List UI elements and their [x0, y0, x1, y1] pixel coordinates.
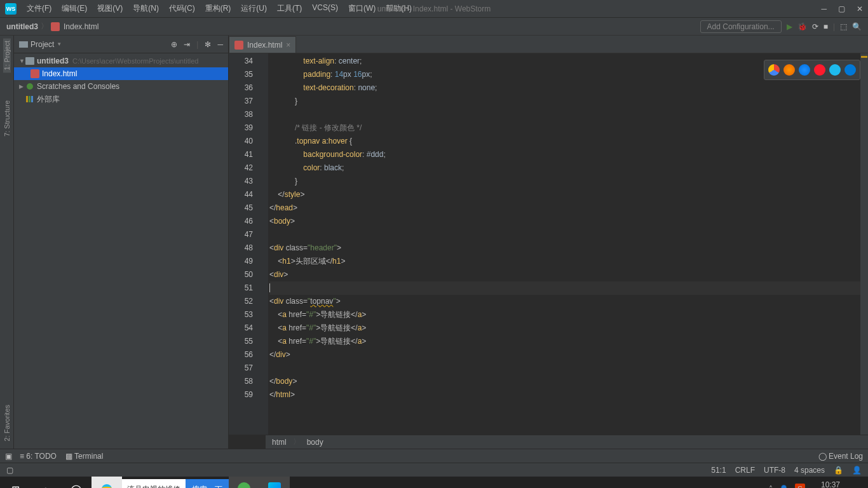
- taskbar-webstorm[interactable]: [259, 477, 290, 488]
- bottom-tool-bar: ▣ ≡ 6: TODO ▩ Terminal ◯ Event Log: [0, 449, 868, 463]
- ie-icon[interactable]: [829, 64, 841, 76]
- menu-item[interactable]: 工具(T): [273, 2, 306, 15]
- safari-icon[interactable]: [799, 64, 810, 76]
- browser-launcher: [764, 60, 860, 80]
- scratches-icon: [25, 82, 34, 91]
- warning-marker[interactable]: [861, 56, 867, 58]
- menu-item[interactable]: 视图(V): [93, 2, 126, 15]
- status-bar: ▢ 51:1 CRLF UTF-8 4 spaces 🔒 👤: [0, 463, 868, 477]
- firefox-icon[interactable]: [783, 64, 795, 76]
- debug-icon[interactable]: 🐞: [797, 22, 807, 31]
- favorites-tool-button[interactable]: 2: Favorites: [3, 402, 11, 444]
- app-logo: WS: [5, 3, 17, 15]
- system-tray: ˄ 👤 S 10:37 2020/11/17 ▭: [769, 481, 868, 488]
- gear-icon[interactable]: ✻: [205, 40, 211, 49]
- title-bar: WS 文件(F)编辑(E)视图(V)导航(N)代码(C)重构(R)运行(U)工具…: [0, 0, 868, 18]
- menu-item[interactable]: 代码(C): [165, 2, 199, 15]
- main-menu: 文件(F)编辑(E)视图(V)导航(N)代码(C)重构(R)运行(U)工具(T)…: [23, 2, 416, 15]
- crumb-html[interactable]: html: [272, 438, 287, 447]
- left-tool-strip: 1: Project 7: Structure 2: Favorites: [0, 36, 14, 449]
- event-log-button[interactable]: ◯ Event Log: [818, 452, 863, 461]
- menu-item[interactable]: VCS(S): [308, 2, 342, 15]
- menu-item[interactable]: 窗口(W): [344, 2, 379, 15]
- tray-people-icon[interactable]: 👤: [779, 485, 789, 488]
- run-config-selector[interactable]: Add Configuration...: [700, 20, 782, 33]
- taskbar-ie-search[interactable]: 液晶电视的维修 搜索一下: [122, 479, 229, 488]
- coverage-icon[interactable]: ⟳: [812, 22, 818, 31]
- terminal-button[interactable]: ▩ Terminal: [65, 452, 103, 461]
- tray-input-icon[interactable]: S: [795, 484, 805, 488]
- locate-icon[interactable]: ⊕: [171, 40, 177, 49]
- window-title: untitled3 - Index.html - WebStorm: [377, 4, 491, 13]
- window-controls: ─ ▢ ✕: [821, 4, 863, 13]
- editor: Index.html × 343536373839404142434445464…: [229, 36, 868, 449]
- collapse-icon[interactable]: ⇥: [184, 40, 190, 49]
- taskbar-app1[interactable]: [229, 477, 259, 488]
- menu-item[interactable]: 编辑(E): [58, 2, 91, 15]
- edge-icon[interactable]: [844, 64, 856, 76]
- close-tab-icon[interactable]: ×: [286, 41, 290, 50]
- run-icon[interactable]: ▶: [787, 22, 792, 31]
- menu-item[interactable]: 导航(N): [129, 2, 163, 15]
- structure-tool-button[interactable]: 7: Structure: [3, 98, 11, 139]
- html-file-icon: [51, 22, 60, 31]
- tree-root[interactable]: ▼ untitled3 C:\Users\acer\WebstormProjec…: [14, 55, 228, 67]
- tab-label: Index.html: [247, 41, 282, 50]
- project-sidebar: Project ▼ ⊕ ⇥ | ✻ ─ ▼ untitled3 C:\Users…: [14, 36, 229, 449]
- cursor-position[interactable]: 51:1: [711, 466, 726, 475]
- clock-time: 10:37: [811, 481, 850, 488]
- ie-search-button[interactable]: 搜索一下: [186, 479, 229, 488]
- indent[interactable]: 4 spaces: [794, 466, 825, 475]
- maximize-icon[interactable]: ▢: [838, 4, 845, 13]
- breadcrumb: untitled3 〉 Index.html: [6, 21, 98, 32]
- sidebar-title[interactable]: Project: [31, 40, 54, 49]
- error-strip[interactable]: [860, 53, 868, 435]
- svg-rect-4: [31, 96, 33, 102]
- code-content[interactable]: text-align: center; padding: 14px 16px; …: [268, 53, 860, 435]
- tree-external-libs[interactable]: 外部库: [14, 93, 228, 105]
- svg-rect-3: [29, 96, 31, 102]
- lock-icon[interactable]: 🔒: [834, 466, 843, 475]
- windows-taskbar: ⊞ ⌕ ◯ 液晶电视的维修 搜索一下 ˄ 👤 S 10:37 2020/11/1…: [0, 477, 868, 488]
- tray-clock[interactable]: 10:37 2020/11/17: [811, 481, 850, 488]
- editor-breadcrumb: html 〉 body: [266, 435, 868, 449]
- hide-icon[interactable]: ─: [217, 40, 223, 49]
- breadcrumb-project[interactable]: untitled3: [6, 22, 38, 31]
- tree-file-index[interactable]: Index.html: [14, 67, 228, 80]
- menu-item[interactable]: 文件(F): [23, 2, 55, 15]
- project-tool-button[interactable]: 1: Project: [3, 38, 11, 72]
- close-icon[interactable]: ✕: [857, 4, 863, 13]
- tree-scratches[interactable]: ▶ Scratches and Consoles: [14, 80, 228, 93]
- html-file-icon: [31, 69, 39, 78]
- status-icon[interactable]: ▢: [6, 466, 13, 475]
- opera-icon[interactable]: [814, 64, 825, 76]
- todo-button[interactable]: ≡ 6: TODO: [20, 452, 57, 461]
- tray-chevron-icon[interactable]: ˄: [769, 485, 773, 488]
- menu-item[interactable]: 运行(U): [237, 2, 271, 15]
- search-button[interactable]: ⌕: [31, 477, 61, 488]
- chrome-icon[interactable]: [768, 64, 780, 76]
- start-button[interactable]: ⊞: [0, 477, 31, 488]
- line-separator[interactable]: CRLF: [735, 466, 755, 475]
- inspector-icon[interactable]: 👤: [852, 466, 862, 475]
- taskbar-ie[interactable]: [92, 477, 122, 488]
- tab-index-html[interactable]: Index.html ×: [229, 36, 296, 53]
- scratches-label: Scratches and Consoles: [37, 82, 119, 91]
- breadcrumb-file[interactable]: Index.html: [64, 22, 98, 31]
- tray-notification-icon[interactable]: ▭: [856, 485, 863, 488]
- dropdown-icon[interactable]: ▼: [57, 41, 62, 47]
- root-name: untitled3: [37, 57, 69, 65]
- minimize-icon[interactable]: ─: [821, 4, 827, 13]
- crumb-body[interactable]: body: [307, 438, 323, 447]
- libs-icon: [25, 95, 34, 104]
- stop-icon[interactable]: ■: [824, 22, 828, 31]
- encoding[interactable]: UTF-8: [764, 466, 785, 475]
- svg-point-1: [27, 83, 33, 90]
- code-area[interactable]: 3435363738394041424344454647484950515253…: [229, 53, 868, 435]
- sidebar-header: Project ▼ ⊕ ⇥ | ✻ ─: [14, 36, 228, 53]
- menu-item[interactable]: 重构(R): [201, 2, 235, 15]
- cortana-icon[interactable]: ◯: [61, 477, 92, 488]
- tool-window-icon[interactable]: ▣: [5, 452, 12, 461]
- git-icon[interactable]: ⬚: [840, 22, 847, 31]
- search-icon[interactable]: 🔍: [852, 22, 862, 31]
